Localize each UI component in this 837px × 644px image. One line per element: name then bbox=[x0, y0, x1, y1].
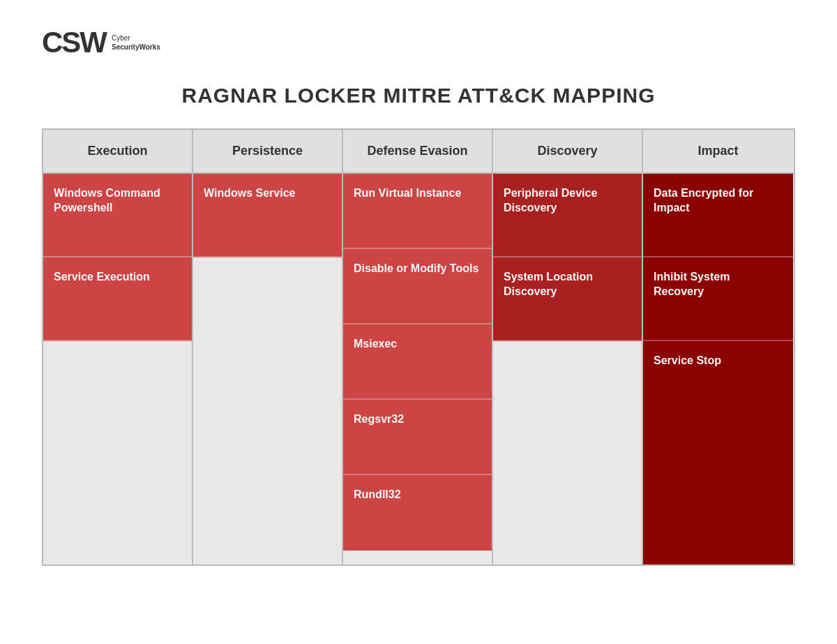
cell-windows-service: Windows Service bbox=[193, 174, 342, 257]
col-execution: Windows Command Powershell Service Execu… bbox=[43, 174, 193, 564]
logo-line1: Cyber bbox=[112, 33, 160, 43]
cell-msiexec: Msiexec bbox=[343, 324, 492, 400]
persistence-empty-fill bbox=[193, 257, 342, 564]
cell-run-virtual-instance: Run Virtual Instance bbox=[343, 174, 492, 249]
cell-inhibit-system-recovery: Inhibit System Recovery bbox=[643, 257, 793, 341]
header-execution: Execution bbox=[43, 130, 193, 172]
matrix-body: Windows Command Powershell Service Execu… bbox=[43, 174, 794, 564]
cell-regsvr32: Regsvr32 bbox=[343, 400, 492, 475]
cell-system-location-discovery: System Location Discovery bbox=[493, 257, 642, 341]
matrix-header: Execution Persistence Defense Evasion Di… bbox=[43, 130, 794, 174]
cell-data-encrypted-impact: Data Encrypted for Impact bbox=[643, 174, 793, 257]
cell-service-stop: Service Stop bbox=[643, 341, 793, 564]
cell-service-execution: Service Execution bbox=[43, 257, 192, 341]
header-impact: Impact bbox=[643, 130, 793, 172]
logo-text: Cyber SecurityWorks bbox=[112, 33, 160, 52]
col-persistence: Windows Service bbox=[193, 174, 343, 564]
execution-empty-fill bbox=[43, 341, 192, 564]
cell-rundll32: Rundll32 bbox=[343, 475, 492, 551]
discovery-empty-fill bbox=[493, 341, 642, 564]
col-discovery: Peripheral Device Discovery System Locat… bbox=[493, 174, 643, 564]
header-discovery: Discovery bbox=[493, 130, 643, 172]
col-impact: Data Encrypted for Impact Inhibit System… bbox=[643, 174, 793, 564]
logo-csw: CSW bbox=[42, 28, 106, 57]
cell-disable-modify-tools: Disable or Modify Tools bbox=[343, 249, 492, 324]
logo-line2: SecurityWorks bbox=[112, 43, 160, 52]
header-defense-evasion: Defense Evasion bbox=[343, 130, 493, 172]
cell-windows-command-powershell: Windows Command Powershell bbox=[43, 174, 192, 257]
logo: CSW Cyber SecurityWorks bbox=[42, 28, 160, 57]
col-defense-evasion: Run Virtual Instance Disable or Modify T… bbox=[343, 174, 493, 564]
header-persistence: Persistence bbox=[193, 130, 343, 172]
cell-peripheral-device-discovery: Peripheral Device Discovery bbox=[493, 174, 642, 257]
attack-matrix: Execution Persistence Defense Evasion Di… bbox=[42, 128, 795, 566]
